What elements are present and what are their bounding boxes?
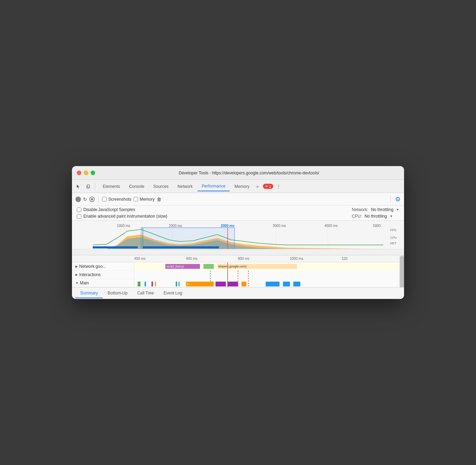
- flamechart-canvas[interactable]: script_foot.js elopers.google.com): [134, 262, 404, 287]
- ruler-mark-120: 120: [342, 257, 348, 261]
- interactions-label: Interactions: [79, 272, 101, 277]
- svg-rect-42: [216, 282, 226, 286]
- overview-chart: 1000 ms 2000 ms 2000 ms 3000 ms 4000 ms …: [72, 221, 404, 255]
- tab-elements[interactable]: Elements: [99, 182, 124, 191]
- more-tabs-button[interactable]: »: [254, 183, 261, 190]
- network-throttle-key: Network:: [352, 207, 368, 212]
- ruler-mark-600: 600 ms: [186, 257, 198, 261]
- memory-checkbox-label[interactable]: Memory: [134, 197, 155, 202]
- toolbar2-right: ⚙: [395, 195, 401, 203]
- minimize-button[interactable]: [84, 171, 88, 175]
- svg-rect-27: [203, 264, 214, 269]
- svg-text:1000 ms: 1000 ms: [117, 224, 130, 228]
- svg-text:CPU: CPU: [390, 236, 397, 239]
- reload-button[interactable]: ↻: [83, 197, 87, 202]
- cpu-dropdown-arrow[interactable]: ▼: [390, 215, 393, 218]
- memory-label: Memory: [140, 197, 155, 202]
- devtools-window: Developer Tools - https://developers.goo…: [72, 166, 404, 299]
- tab-event-log[interactable]: Event Log: [159, 289, 187, 298]
- scrollbar[interactable]: [399, 262, 404, 287]
- ruler-mark-400: 400 ms: [134, 257, 146, 261]
- svg-text:2000 ms: 2000 ms: [221, 224, 235, 228]
- options-right: Network: No throttling ▼ CPU: No throttl…: [352, 207, 399, 219]
- overview-section[interactable]: 1000 ms 2000 ms 2000 ms 3000 ms 4000 ms …: [72, 221, 404, 255]
- svg-rect-44: [241, 282, 246, 286]
- main-expand-icon: ▼: [75, 281, 79, 285]
- option-row-paint: Enable advanced paint instrumentation (s…: [77, 214, 167, 219]
- tab-call-tree[interactable]: Call Tree: [132, 289, 159, 298]
- svg-rect-22: [93, 246, 138, 248]
- svg-text:E...: E...: [187, 282, 192, 286]
- tab-sources[interactable]: Sources: [149, 182, 173, 191]
- window-title: Developer Tools - https://developers.goo…: [99, 171, 399, 175]
- svg-rect-45: [266, 282, 280, 286]
- toolbar-icons: [75, 183, 95, 190]
- tab-bar: Elements Console Sources Network Perform…: [72, 180, 404, 193]
- interactions-row-label[interactable]: ▶ Interactions: [72, 271, 134, 279]
- disable-js-checkbox[interactable]: [77, 208, 81, 212]
- tab-memory[interactable]: Memory: [230, 182, 254, 191]
- svg-rect-36: [145, 282, 146, 286]
- cpu-throttle-value: No throttling: [365, 214, 387, 219]
- svg-text:elopers.google.com): elopers.google.com): [218, 265, 247, 268]
- main-row-label[interactable]: ▼ Main: [72, 279, 134, 287]
- svg-rect-20: [72, 249, 404, 255]
- divider1: [98, 196, 99, 203]
- options-toolbar: Disable JavaScript Samples Enable advanc…: [72, 206, 404, 221]
- tab-summary[interactable]: Summary: [75, 289, 103, 298]
- close-button[interactable]: [77, 171, 81, 175]
- svg-rect-39: [176, 282, 177, 286]
- tab-bottom-up[interactable]: Bottom-Up: [103, 289, 132, 298]
- error-badge[interactable]: ✕ 1: [263, 184, 273, 189]
- ruler-mark-1000: 1000 ms: [290, 257, 303, 261]
- more-options-button[interactable]: ⋮: [274, 182, 283, 191]
- screenshots-checkbox[interactable]: [102, 197, 107, 201]
- ruler-mark-800: 800 ms: [238, 257, 249, 261]
- flamechart-body: ▶ Network goo... ▶ Interactions ▼ Main: [72, 262, 404, 287]
- cursor-icon[interactable]: [75, 183, 82, 190]
- flamechart-ruler: 400 ms 600 ms 800 ms 1000 ms 120: [72, 255, 404, 262]
- toolbar2-left: ↻ Screenshots Memory 🗑: [75, 196, 386, 203]
- divider2: [391, 196, 391, 203]
- stop-button[interactable]: [89, 197, 95, 202]
- maximize-button[interactable]: [91, 171, 95, 175]
- network-row-label[interactable]: ▶ Network goo...: [72, 262, 134, 271]
- network-dropdown-arrow[interactable]: ▼: [396, 208, 399, 211]
- svg-text:3000 ms: 3000 ms: [273, 224, 286, 228]
- cpu-throttle-key: CPU:: [352, 214, 362, 219]
- flamechart-section: 400 ms 600 ms 800 ms 1000 ms 120 ▶ Netwo…: [72, 255, 404, 287]
- svg-text:FPS: FPS: [390, 228, 396, 232]
- flamechart-labels: ▶ Network goo... ▶ Interactions ▼ Main: [72, 262, 134, 287]
- svg-rect-1: [87, 185, 90, 187]
- cpu-throttle-control: CPU: No throttling ▼: [352, 214, 399, 219]
- svg-rect-35: [138, 282, 140, 286]
- interactions-expand-icon: ▶: [75, 273, 78, 276]
- network-throttle-value: No throttling: [371, 207, 393, 212]
- enable-paint-label: Enable advanced paint instrumentation (s…: [83, 214, 167, 219]
- memory-checkbox[interactable]: [134, 197, 138, 201]
- svg-rect-38: [155, 282, 156, 286]
- screenshots-checkbox-label[interactable]: Screenshots: [102, 197, 131, 202]
- settings-gear-icon[interactable]: ⚙: [395, 195, 401, 203]
- copy-icon[interactable]: [84, 183, 92, 190]
- enable-paint-checkbox[interactable]: [77, 214, 81, 219]
- option-row-js: Disable JavaScript Samples: [77, 207, 167, 212]
- network-throttle-control: Network: No throttling ▼: [352, 207, 399, 212]
- clear-button[interactable]: 🗑: [157, 197, 162, 202]
- svg-rect-47: [293, 282, 300, 286]
- record-button[interactable]: [75, 197, 81, 202]
- tab-console[interactable]: Console: [125, 182, 148, 191]
- flamechart-svg: script_foot.js elopers.google.com): [134, 262, 404, 287]
- svg-text:2000 ms: 2000 ms: [169, 224, 182, 228]
- svg-text:5000: 5000: [373, 224, 381, 228]
- error-count: 1: [269, 184, 271, 189]
- scrollbar-thumb[interactable]: [400, 262, 404, 287]
- svg-rect-23: [143, 246, 219, 248]
- svg-rect-37: [152, 282, 153, 286]
- tab-performance[interactable]: Performance: [198, 182, 230, 191]
- main-content: 1000 ms 2000 ms 2000 ms 3000 ms 4000 ms …: [72, 221, 404, 299]
- traffic-lights: [77, 171, 95, 175]
- tab-network[interactable]: Network: [173, 182, 197, 191]
- svg-text:4000 ms: 4000 ms: [324, 224, 338, 228]
- network-expand-icon: ▶: [75, 265, 78, 268]
